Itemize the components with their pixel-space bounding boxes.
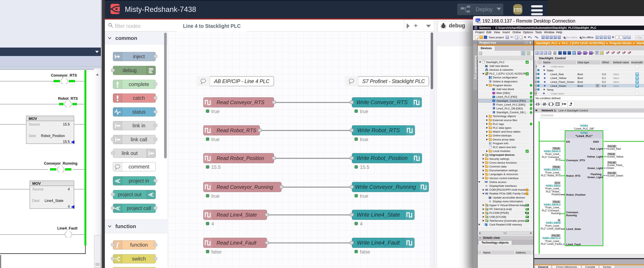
svg-text:f: f <box>116 242 119 249</box>
